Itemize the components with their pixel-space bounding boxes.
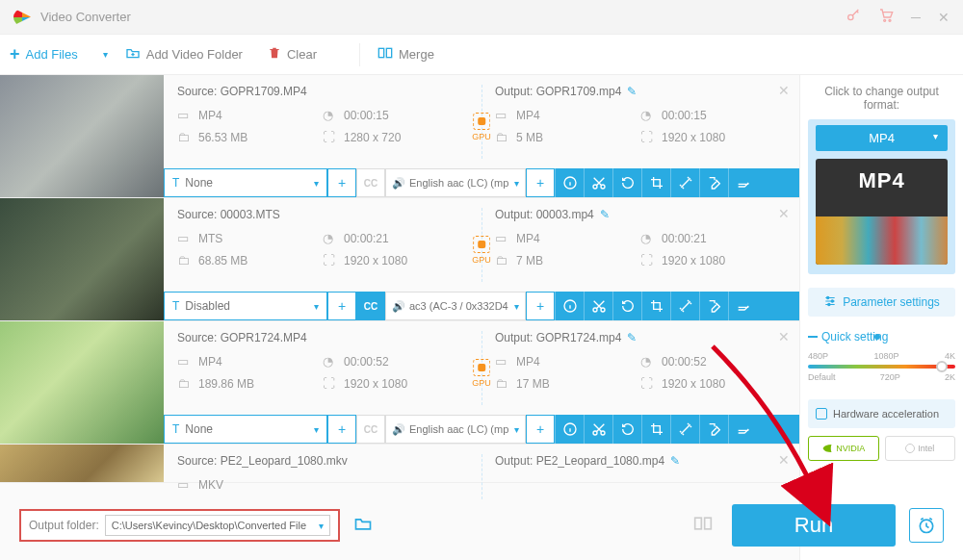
rotate-icon[interactable]: [612, 415, 641, 444]
cut-icon[interactable]: [584, 415, 612, 444]
cc-button[interactable]: CC: [356, 168, 385, 197]
remove-file-button[interactable]: ✕: [778, 452, 790, 468]
subtitle-edit-icon[interactable]: [728, 292, 757, 320]
audio-dropdown[interactable]: 🔊ac3 (AC-3 / 0x332D4▾: [385, 292, 526, 320]
quick-setting-label: Quick setting: [808, 330, 955, 344]
output-info: Output: GOPR1709.mp4✎ ▭MP4 ◔00:00:15 🗀5 …: [482, 75, 799, 168]
cart-icon[interactable]: [878, 8, 894, 26]
add-subtitle-button[interactable]: +: [327, 168, 356, 197]
parameter-settings-button[interactable]: Parameter settings: [808, 288, 955, 317]
gpu-badge: GPU: [472, 236, 491, 265]
format-header: Click to change output format:: [808, 85, 955, 112]
svg-point-0: [848, 14, 853, 19]
rotate-icon[interactable]: [612, 292, 641, 320]
app-logo-icon: [13, 9, 31, 26]
watermark-icon[interactable]: [699, 168, 728, 197]
info-icon[interactable]: [555, 415, 584, 444]
run-button[interactable]: Run: [732, 504, 896, 547]
info-icon[interactable]: [555, 292, 584, 320]
svg-rect-18: [705, 518, 712, 529]
intel-button[interactable]: Intel: [885, 436, 956, 461]
format-preview-icon: MP4: [816, 159, 948, 265]
format-selector[interactable]: MP4 MP4: [808, 119, 955, 274]
file-list: GPU ✕ Source: GOPR1709.MP4 ▭MP4 ◔00:00:1…: [0, 75, 799, 560]
svg-point-2: [889, 19, 891, 21]
svg-rect-17: [695, 518, 702, 529]
file-row: ✕ Source: PE2_Leopard_1080.mkv▭MKV Outpu…: [0, 445, 799, 483]
format-dropdown[interactable]: MP4: [816, 125, 948, 151]
watermark-icon[interactable]: [699, 292, 728, 320]
add-folder-button[interactable]: Add Video Folder: [125, 46, 243, 63]
add-files-button[interactable]: + Add Files: [10, 44, 78, 64]
subtitle-dropdown[interactable]: TNone▾: [164, 415, 327, 444]
edit-bar: TDisabled▾ + CC 🔊ac3 (AC-3 / 0x332D4▾ +: [164, 292, 799, 320]
cc-button[interactable]: CC: [356, 292, 385, 320]
rotate-icon[interactable]: [612, 168, 641, 197]
file-row: GPU ✕ Source: GOPR1709.MP4 ▭MP4 ◔00:00:1…: [0, 75, 799, 198]
svg-rect-3: [378, 48, 383, 57]
schedule-button[interactable]: [909, 508, 944, 543]
remove-file-button[interactable]: ✕: [778, 206, 790, 221]
add-audio-button[interactable]: +: [526, 292, 555, 320]
svg-point-1: [884, 19, 886, 21]
cut-icon[interactable]: [584, 292, 612, 320]
subtitle-dropdown[interactable]: TNone▾: [164, 168, 327, 197]
remove-file-button[interactable]: ✕: [778, 83, 790, 98]
crop-icon[interactable]: [641, 415, 670, 444]
quality-slider[interactable]: 480P 1080P 4K Default 720P 2K: [808, 351, 955, 390]
add-subtitle-button[interactable]: +: [327, 292, 356, 320]
svg-point-15: [831, 299, 833, 301]
output-info: Output: 00003.mp4✎ ▭MP4 ◔00:00:21 🗀7 MB …: [482, 198, 799, 292]
app-title: Video Converter: [40, 10, 131, 24]
hardware-accel-button[interactable]: Hardware acceleration: [808, 399, 955, 428]
cc-button[interactable]: CC: [356, 415, 385, 444]
video-thumbnail[interactable]: [0, 321, 164, 444]
nvidia-button[interactable]: NVIDIA: [808, 436, 879, 461]
edit-output-icon[interactable]: ✎: [600, 208, 610, 221]
cut-icon[interactable]: [584, 168, 612, 197]
output-folder-input[interactable]: C:\Users\Kevincy\Desktop\Converted File …: [105, 515, 330, 536]
clear-button[interactable]: Clear: [268, 46, 317, 63]
effects-icon[interactable]: [670, 168, 699, 197]
add-subtitle-button[interactable]: +: [327, 415, 356, 444]
subtitle-edit-icon[interactable]: [728, 415, 757, 444]
svg-rect-4: [386, 48, 391, 57]
crop-icon[interactable]: [641, 292, 670, 320]
effects-icon[interactable]: [670, 292, 699, 320]
minimize-button[interactable]: ─: [911, 10, 921, 25]
open-folder-button[interactable]: [353, 515, 373, 537]
edit-output-icon[interactable]: ✎: [627, 85, 637, 98]
merge-button[interactable]: Merge: [377, 46, 434, 63]
video-thumbnail[interactable]: [0, 445, 164, 482]
edit-output-icon[interactable]: ✎: [670, 454, 680, 468]
output-folder-label: Output folder:: [29, 519, 99, 532]
source-info: Source: PE2_Leopard_1080.mkv▭MKV: [164, 445, 482, 509]
key-icon[interactable]: [846, 8, 861, 26]
video-thumbnail[interactable]: [0, 75, 164, 197]
close-button[interactable]: ✕: [938, 10, 950, 25]
edit-output-icon[interactable]: ✎: [627, 331, 637, 344]
chevron-down-icon[interactable]: ▾: [319, 521, 324, 531]
source-info: Source: GOPR1724.MP4 ▭MP4 ◔00:00:52 🗀189…: [164, 321, 482, 415]
add-audio-button[interactable]: +: [526, 168, 555, 197]
crop-icon[interactable]: [641, 168, 670, 197]
merge-toggle-icon[interactable]: [693, 515, 713, 537]
effects-icon[interactable]: [670, 415, 699, 444]
remove-file-button[interactable]: ✕: [778, 329, 790, 344]
video-thumbnail[interactable]: [0, 198, 164, 320]
audio-dropdown[interactable]: 🔊English aac (LC) (mp▾: [385, 168, 526, 197]
subtitle-dropdown[interactable]: TDisabled▾: [164, 292, 327, 320]
info-icon[interactable]: [555, 168, 584, 197]
add-files-dropdown[interactable]: ▾: [103, 49, 108, 60]
sliders-icon: [823, 294, 837, 311]
subtitle-edit-icon[interactable]: [728, 168, 757, 197]
gpu-badge: GPU: [472, 359, 491, 388]
add-audio-button[interactable]: +: [526, 415, 555, 444]
gpu-badge: GPU: [472, 113, 491, 141]
plus-icon: +: [10, 44, 20, 64]
watermark-icon[interactable]: [699, 415, 728, 444]
slider-thumb[interactable]: [936, 361, 948, 372]
title-bar: Video Converter ─ ✕: [0, 0, 963, 35]
svg-point-16: [828, 303, 830, 305]
audio-dropdown[interactable]: 🔊English aac (LC) (mp▾: [385, 415, 526, 444]
